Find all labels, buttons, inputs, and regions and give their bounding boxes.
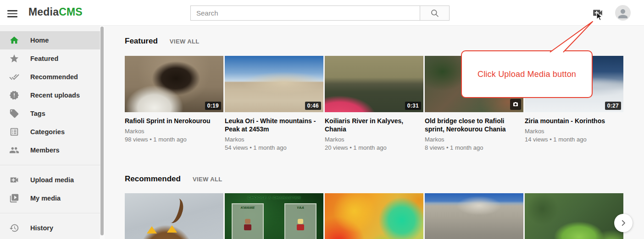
sidebar-item-recommended[interactable]: Recommended — [0, 68, 100, 86]
media-card: CHOOSE A CHARACTER KWAME YAA Selected Se… — [225, 193, 323, 239]
featured-section-header: Featured VIEW ALL — [125, 37, 200, 46]
sidebar-item-label: Members — [30, 147, 60, 154]
sidebar-item-label: My media — [30, 195, 61, 202]
video-meta: 54 views • 1 month ago — [225, 144, 323, 151]
sidebar-media-group: Upload media My media — [0, 165, 100, 207]
mouse-cursor-icon — [596, 12, 603, 22]
sidebar-item-label: Upload media — [30, 176, 74, 184]
sidebar-scrollbar-thumb[interactable] — [100, 27, 104, 235]
sidebar-item-home[interactable]: Home — [0, 31, 100, 49]
duration-badge: 0:46 — [305, 102, 321, 110]
sidebar-item-tags[interactable]: Tags — [0, 104, 100, 123]
sidebar-item-history[interactable]: History — [0, 219, 100, 237]
video-thumbnail[interactable]: 0:19 — [125, 56, 223, 112]
sidebar-item-featured[interactable]: Featured — [0, 49, 100, 68]
media-card — [425, 193, 523, 239]
duration-badge: 0:31 — [405, 102, 421, 110]
tag-icon — [9, 109, 19, 119]
sidebar-item-label: Home — [30, 37, 49, 44]
done-all-icon — [9, 72, 19, 82]
video-author: Markos — [525, 128, 623, 135]
video-author: Markos — [125, 128, 223, 135]
section-title: Featured — [125, 37, 158, 46]
new-releases-icon — [9, 90, 19, 100]
search-button[interactable] — [420, 5, 450, 21]
sidebar: Home Featured Recommended Recent uploads… — [0, 26, 100, 239]
video-thumbnail[interactable] — [125, 193, 223, 239]
pumpkin-eye-art — [147, 226, 157, 234]
categories-icon — [9, 127, 19, 137]
game-character-panel: YAA — [284, 203, 316, 239]
search-icon — [430, 9, 439, 18]
video-author: Markos — [225, 136, 323, 143]
game-character-name: KWAME — [233, 206, 263, 210]
video-title[interactable]: Old bridge close to Rafioli sprint, Nero… — [425, 117, 523, 133]
camera-icon — [510, 99, 521, 110]
duration-badge: 0:27 — [605, 102, 621, 110]
video-thumbnail[interactable]: 0:31 — [325, 56, 423, 112]
video-meta: 8 views • 1 month ago — [425, 144, 523, 151]
media-card: 0:19 Rafioli Sprint in Nerokourou Markos… — [125, 56, 223, 151]
video-author: Markos — [325, 136, 423, 143]
game-character-panel: KWAME — [232, 203, 264, 239]
person-icon — [616, 7, 630, 21]
media-card — [325, 193, 423, 239]
logo[interactable]: MediaCMS — [28, 6, 83, 18]
game-character-sprite — [244, 219, 251, 233]
video-thumbnail[interactable]: CHOOSE A CHARACTER KWAME YAA Selected Se… — [225, 193, 323, 239]
video-meta: 98 views • 1 month ago — [125, 136, 223, 143]
pumpkin-eye-art — [167, 225, 177, 233]
tooltip-pointer — [546, 18, 596, 54]
video-meta: 14 views • 1 month ago — [525, 136, 623, 143]
game-character-name: YAA — [285, 206, 316, 210]
section-title: Recommended — [125, 174, 181, 184]
video-thumbnail[interactable] — [525, 193, 623, 239]
duration-badge: 0:19 — [205, 102, 221, 110]
sidebar-item-members[interactable]: Members — [0, 141, 100, 159]
video-title[interactable]: Rafioli Sprint in Nerokourou — [125, 117, 223, 125]
menu-icon[interactable] — [6, 7, 18, 18]
search-bar — [190, 5, 450, 21]
recommended-view-all-link[interactable]: VIEW ALL — [193, 176, 222, 183]
chevron-right-icon — [619, 219, 627, 227]
sidebar-item-label: Tags — [30, 110, 45, 117]
sidebar-item-label: Recommended — [30, 73, 78, 81]
star-icon — [9, 54, 19, 64]
sidebar-item-my-media[interactable]: My media — [0, 189, 100, 207]
sidebar-item-upload-media[interactable]: Upload media — [0, 171, 100, 189]
video-thumbnail[interactable] — [425, 193, 523, 239]
sidebar-item-label: History — [30, 224, 53, 232]
video-thumbnail[interactable] — [325, 193, 423, 239]
tutorial-tooltip: Click Upload Media button — [461, 50, 593, 98]
sidebar-item-categories[interactable]: Categories — [0, 123, 100, 141]
video-title[interactable]: Leuka Ori - White mountains - Peak at 24… — [225, 117, 323, 133]
carousel-next-button[interactable] — [614, 214, 633, 232]
video-library-icon — [9, 193, 19, 203]
video-title[interactable]: Koiliaris River in Kalyves, Chania — [325, 117, 423, 133]
game-character-sprite — [297, 219, 304, 233]
members-icon — [9, 145, 19, 155]
video-thumbnail[interactable]: 0:46 — [225, 56, 323, 112]
game-title-text: CHOOSE A CHARACTER — [225, 196, 323, 200]
search-input[interactable] — [190, 5, 420, 21]
history-icon — [9, 223, 19, 233]
tooltip-text: Click Upload Media button — [477, 70, 576, 79]
sidebar-item-recent-uploads[interactable]: Recent uploads — [0, 86, 100, 104]
home-icon — [9, 35, 19, 45]
recommended-section-header: Recommended VIEW ALL — [125, 174, 222, 184]
sidebar-nav-group: Home Featured Recommended Recent uploads… — [0, 26, 100, 159]
sidebar-item-label: Recent uploads — [30, 92, 80, 99]
sidebar-item-label: Featured — [30, 55, 58, 62]
video-author: Markos — [425, 136, 523, 143]
media-card — [525, 193, 623, 239]
user-avatar[interactable] — [615, 5, 631, 21]
video-title[interactable]: Ziria mountain - Korinthos — [525, 117, 623, 125]
recommended-cards-row: CHOOSE A CHARACTER KWAME YAA Selected Se… — [125, 193, 623, 239]
media-card: 0:31 Koiliaris River in Kalyves, Chania … — [325, 56, 423, 151]
sidebar-item-label: Categories — [30, 128, 65, 136]
media-card: 0:46 Leuka Ori - White mountains - Peak … — [225, 56, 323, 151]
logo-cms: CMS — [59, 6, 83, 18]
video-call-icon — [9, 175, 19, 185]
featured-view-all-link[interactable]: VIEW ALL — [170, 38, 200, 45]
sidebar-history-group: History — [0, 213, 100, 237]
